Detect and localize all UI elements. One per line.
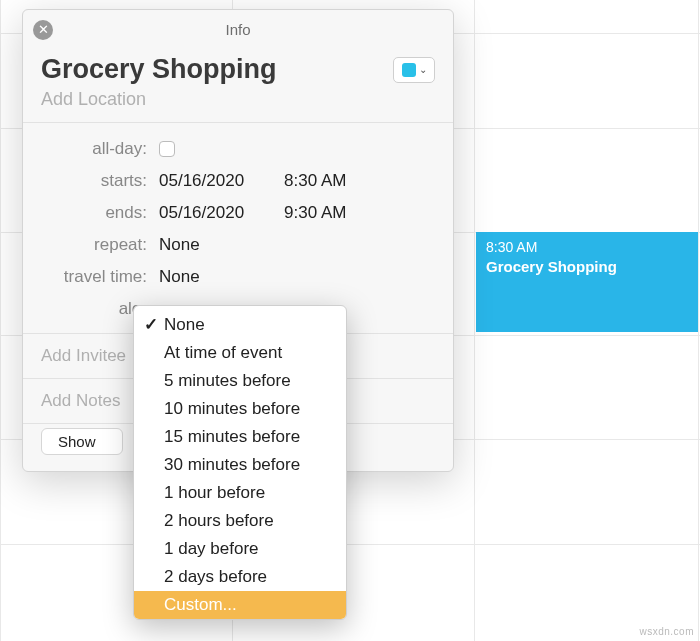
alert-option-2-hours[interactable]: 2 hours before xyxy=(134,507,346,535)
allday-checkbox[interactable] xyxy=(159,141,175,157)
location-input[interactable] xyxy=(23,87,453,122)
calendar-color-picker[interactable]: ⌄ xyxy=(393,57,435,83)
alert-option-label: At time of event xyxy=(164,343,282,363)
alert-option-label: 30 minutes before xyxy=(164,455,300,475)
travel-time-value[interactable]: None xyxy=(159,267,200,287)
watermark: wsxdn.com xyxy=(639,626,694,637)
alert-option-30-min[interactable]: 30 minutes before xyxy=(134,451,346,479)
alert-option-1-day[interactable]: 1 day before xyxy=(134,535,346,563)
starts-time[interactable]: 8:30 AM xyxy=(284,171,346,191)
ends-time[interactable]: 9:30 AM xyxy=(284,203,346,223)
ends-label: ends: xyxy=(41,203,147,223)
alert-option-label: 2 days before xyxy=(164,567,267,587)
alert-option-10-min[interactable]: 10 minutes before xyxy=(134,395,346,423)
repeat-value[interactable]: None xyxy=(159,235,200,255)
alert-option-label: 1 hour before xyxy=(164,483,265,503)
calendar-swatch-icon xyxy=(402,63,416,77)
alert-option-label: 2 hours before xyxy=(164,511,274,531)
starts-label: starts: xyxy=(41,171,147,191)
gridline xyxy=(0,544,700,545)
travel-time-label: travel time: xyxy=(41,267,147,287)
alert-option-5-min[interactable]: 5 minutes before xyxy=(134,367,346,395)
event-time: 8:30 AM xyxy=(486,238,688,256)
ends-date[interactable]: 05/16/2020 xyxy=(159,203,244,223)
alert-option-15-min[interactable]: 15 minutes before xyxy=(134,423,346,451)
alert-option-label: 1 day before xyxy=(164,539,259,559)
calendar-event[interactable]: 8:30 AM Grocery Shopping xyxy=(476,232,698,332)
allday-label: all-day: xyxy=(41,139,147,159)
alert-option-label: Custom... xyxy=(164,595,237,615)
alert-option-at-time[interactable]: At time of event xyxy=(134,339,346,367)
close-icon: ✕ xyxy=(38,22,49,37)
event-fields: all-day: starts: 05/16/2020 8:30 AM ends… xyxy=(23,123,453,333)
popover-title: Info xyxy=(225,21,250,38)
alert-option-1-hour[interactable]: 1 hour before xyxy=(134,479,346,507)
alert-option-2-days[interactable]: 2 days before xyxy=(134,563,346,591)
close-button[interactable]: ✕ xyxy=(33,20,53,40)
event-title: Grocery Shopping xyxy=(486,257,688,277)
alert-option-label: 10 minutes before xyxy=(164,399,300,419)
alert-label: aler xyxy=(41,299,147,319)
alert-option-label: 15 minutes before xyxy=(164,427,300,447)
repeat-label: repeat: xyxy=(41,235,147,255)
alert-option-label: 5 minutes before xyxy=(164,371,291,391)
popover-header: ✕ Info xyxy=(23,10,453,50)
chevron-down-icon: ⌄ xyxy=(419,64,427,75)
alert-option-custom[interactable]: Custom... xyxy=(134,591,346,619)
alert-dropdown[interactable]: ✓ None At time of event 5 minutes before… xyxy=(133,305,347,620)
check-icon: ✓ xyxy=(142,314,160,335)
alert-option-none[interactable]: ✓ None xyxy=(134,310,346,339)
starts-date[interactable]: 05/16/2020 xyxy=(159,171,244,191)
event-title-input[interactable] xyxy=(41,54,361,85)
alert-option-label: None xyxy=(164,315,205,335)
show-button[interactable]: Show xyxy=(41,428,123,455)
